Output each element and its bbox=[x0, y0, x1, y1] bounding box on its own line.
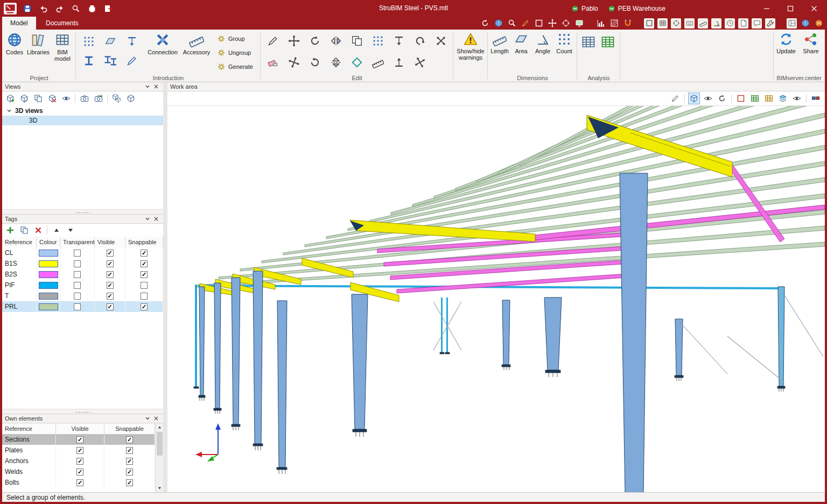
keyboard-icon[interactable] bbox=[684, 18, 695, 29]
bimserver-ball-icon[interactable] bbox=[814, 18, 824, 29]
edit-array-icon[interactable] bbox=[370, 33, 386, 49]
checkbox[interactable]: ✓ bbox=[107, 282, 114, 289]
analysis-results-icon[interactable] bbox=[600, 34, 616, 50]
views-close-icon[interactable] bbox=[152, 83, 160, 90]
panel-splitter[interactable] bbox=[2, 409, 163, 414]
orbit-view-icon[interactable] bbox=[716, 93, 728, 104]
length-button[interactable]: Length bbox=[489, 32, 510, 54]
scroll-down-icon[interactable] bbox=[156, 484, 164, 492]
save-icon[interactable] bbox=[22, 3, 33, 15]
checkbox[interactable]: ✓ bbox=[107, 250, 114, 257]
edit-copy-icon[interactable] bbox=[349, 33, 365, 49]
orbit-zoom-icon[interactable] bbox=[480, 18, 490, 29]
hatch-icon[interactable] bbox=[609, 18, 619, 29]
layers-icon[interactable] bbox=[777, 93, 789, 104]
window-panes-icon[interactable] bbox=[787, 18, 797, 29]
edit-offset-icon[interactable] bbox=[286, 54, 302, 70]
group-button[interactable]: Group bbox=[217, 34, 245, 43]
redo-icon[interactable] bbox=[54, 3, 66, 15]
tags-row-T[interactable]: T✓ bbox=[2, 290, 163, 301]
checkbox[interactable]: ✓ bbox=[107, 271, 114, 278]
edit-align-top-icon[interactable] bbox=[391, 54, 407, 70]
add-view-icon[interactable] bbox=[4, 93, 16, 104]
perspective-cube-icon[interactable] bbox=[124, 93, 137, 104]
edit-view-icon[interactable] bbox=[18, 93, 30, 104]
libraries-button[interactable]: Libraries bbox=[26, 32, 51, 55]
checkbox[interactable] bbox=[74, 293, 81, 300]
tab-documents[interactable]: Documents bbox=[38, 17, 87, 30]
tag-colour-swatch[interactable] bbox=[39, 293, 58, 300]
analysis-table-icon[interactable] bbox=[580, 34, 597, 50]
clock-icon[interactable] bbox=[725, 18, 735, 29]
views-collapse-icon[interactable] bbox=[143, 83, 152, 90]
checkbox[interactable]: ✓ bbox=[141, 250, 148, 257]
checkbox[interactable]: ✓ bbox=[76, 468, 83, 475]
tags-row-PIF[interactable]: PIF✓ bbox=[2, 280, 163, 290]
app-logo-icon[interactable] bbox=[3, 2, 17, 16]
zoom-window-icon[interactable] bbox=[534, 18, 544, 29]
close-button[interactable] bbox=[802, 1, 826, 16]
count-button[interactable]: Count bbox=[554, 32, 574, 54]
angle-tool-icon[interactable] bbox=[711, 18, 721, 29]
project-chip[interactable]: PEB Warehouse bbox=[608, 5, 665, 12]
checkbox[interactable]: ✓ bbox=[76, 436, 83, 443]
sheets-icon[interactable] bbox=[763, 93, 775, 104]
own-elements-row-Sections[interactable]: Sections✓✓ bbox=[2, 434, 155, 445]
chat-icon[interactable] bbox=[752, 18, 762, 29]
bimserver-sync-icon[interactable] bbox=[800, 18, 810, 29]
checkbox[interactable]: ✓ bbox=[141, 271, 148, 278]
checkbox[interactable] bbox=[74, 303, 81, 310]
frame-tool-icon[interactable] bbox=[644, 18, 654, 29]
bim-model-button[interactable]: BIM model bbox=[51, 32, 74, 62]
edit-draw-icon[interactable] bbox=[265, 33, 281, 49]
zoom-model-icon[interactable] bbox=[493, 18, 503, 29]
isometric-view-icon[interactable] bbox=[110, 93, 123, 104]
ungroup-button[interactable]: Ungroup bbox=[217, 48, 251, 57]
pan-icon[interactable] bbox=[547, 18, 557, 29]
wrench-icon[interactable] bbox=[765, 18, 775, 29]
tag-colour-swatch[interactable] bbox=[39, 282, 58, 289]
tag-colour-swatch[interactable] bbox=[39, 260, 58, 267]
checkbox[interactable]: ✓ bbox=[107, 293, 114, 300]
tags-row-B1S[interactable]: B1S✓✓ bbox=[2, 258, 163, 269]
angle-button[interactable]: Angle bbox=[532, 32, 553, 54]
checkbox[interactable]: ✓ bbox=[126, 436, 133, 443]
snap-target-icon[interactable] bbox=[671, 18, 681, 29]
checkbox[interactable]: ✓ bbox=[107, 303, 114, 310]
accessory-button[interactable]: Accessory bbox=[180, 32, 213, 55]
show-hide-warnings-button[interactable]: Show/hide warnings bbox=[454, 32, 487, 61]
checkbox[interactable]: ✓ bbox=[126, 479, 133, 486]
snapshot-icon[interactable] bbox=[78, 93, 90, 104]
checkbox[interactable] bbox=[74, 260, 81, 267]
own-elements-row-Plates[interactable]: Plates✓✓ bbox=[2, 445, 155, 456]
own-elements-scrollbar[interactable] bbox=[155, 423, 163, 492]
duplicate-tag-icon[interactable] bbox=[18, 225, 30, 236]
checkbox[interactable]: ✓ bbox=[126, 458, 133, 465]
edit-snap-icon[interactable] bbox=[349, 54, 365, 70]
weld-icon[interactable] bbox=[122, 52, 142, 69]
edit-rotate-icon[interactable] bbox=[307, 33, 323, 49]
scrollbar-thumb[interactable] bbox=[157, 432, 163, 456]
minimize-button[interactable] bbox=[755, 1, 779, 16]
delete-tag-icon[interactable] bbox=[32, 225, 44, 236]
edit-path-icon[interactable] bbox=[412, 54, 428, 70]
edit-mirror-copy-icon[interactable] bbox=[328, 54, 344, 70]
checkbox[interactable]: ✓ bbox=[141, 260, 148, 267]
connection-button[interactable]: Connection bbox=[146, 32, 179, 55]
edit-rotate-copy-icon[interactable] bbox=[307, 54, 323, 70]
tags-row-CL[interactable]: CL✓✓ bbox=[2, 247, 163, 258]
section-box-icon[interactable] bbox=[735, 93, 747, 104]
checkbox[interactable]: ✓ bbox=[76, 479, 83, 486]
perspective-view-icon[interactable] bbox=[688, 93, 700, 104]
undo-icon[interactable] bbox=[38, 3, 50, 15]
full-screen-icon[interactable] bbox=[574, 18, 584, 29]
edit-measure-icon[interactable] bbox=[370, 54, 386, 70]
own-elements-row-Welds[interactable]: Welds✓✓ bbox=[2, 466, 155, 477]
magnet-icon[interactable] bbox=[622, 18, 633, 29]
annotate-icon[interactable] bbox=[669, 93, 681, 104]
maximize-button[interactable] bbox=[779, 1, 802, 16]
named-views-icon[interactable] bbox=[702, 93, 714, 104]
own-elements-close-icon[interactable] bbox=[152, 415, 160, 422]
views-tree-root[interactable]: 3D views bbox=[2, 105, 163, 116]
edit-rotate-3d-icon[interactable] bbox=[412, 33, 428, 49]
